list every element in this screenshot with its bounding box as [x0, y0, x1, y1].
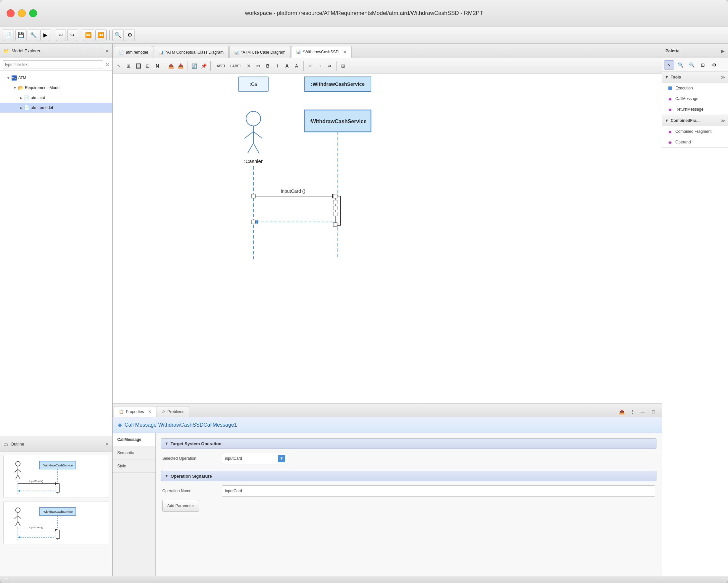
toolbar-back[interactable]: ⏪ [95, 29, 107, 41]
diag-select[interactable]: ↖ [114, 61, 123, 71]
model-explorer-header: 📁 Model Explorer ✕ [0, 44, 112, 58]
model-explorer-close[interactable]: ✕ [105, 48, 109, 54]
palette-item-execution[interactable]: Execution [662, 83, 728, 94]
outline-thumb-2[interactable]: :WithdrawCashService inputCard () [3, 501, 109, 544]
add-parameter-button[interactable]: Add Parameter [162, 500, 199, 512]
diag-layout[interactable]: ⊡ [144, 61, 152, 71]
sequence-diagram: :Ca :WithdrawCashService [113, 74, 662, 403]
palette-section-combined: ▼ CombinedFra... ≫ ◆ Combined Fragment ◆ [662, 115, 728, 148]
toolbar-settings[interactable]: ⚙ [125, 29, 135, 41]
diag-italic[interactable]: I [273, 61, 282, 71]
diag-export[interactable]: 📤 [166, 61, 175, 71]
toolbar-undo[interactable]: ↩ [56, 29, 66, 41]
diag-label2[interactable]: LABEL [229, 61, 243, 71]
svg-text:inputCard (): inputCard () [29, 526, 43, 529]
tree-label-atm: ATM [18, 76, 26, 80]
palette-item-returnmessage[interactable]: ◆ ReturnMessage [662, 104, 728, 115]
minimize-button[interactable] [18, 9, 26, 17]
palette-item-combined-fragment[interactable]: ◆ Combined Fragment [662, 126, 728, 137]
tools-section-more[interactable]: ≫ [721, 75, 725, 80]
tree-item-req[interactable]: ▼ 📂 RequirementsModel [0, 83, 112, 93]
properties-tab-close[interactable]: ✕ [148, 409, 151, 414]
palette-menu[interactable]: ⊡ [698, 60, 708, 70]
tab-close-withdraw[interactable]: ✕ [343, 50, 347, 55]
palette-expand-icon[interactable]: ▶ [721, 48, 725, 54]
editor-area: 📄 atm.remodel 📊 *ATM Conceptual Class Di… [113, 44, 662, 576]
operation-name-value: inputCard [225, 489, 242, 493]
svg-line-5 [18, 475, 20, 479]
target-system-title[interactable]: ▼ Target System Operation [161, 438, 656, 449]
props-toolbar-btn1[interactable]: 📤 [617, 407, 626, 417]
diag-import[interactable]: 📥 [176, 61, 185, 71]
svg-rect-54 [333, 206, 337, 210]
outline-close[interactable]: ✕ [105, 441, 109, 447]
outline-thumb-1[interactable]: :WithdrawCashService inputCard () [3, 455, 109, 498]
svg-line-4 [16, 475, 18, 479]
outline-panel: 🗂 Outline ✕ [0, 437, 112, 576]
palette-zoom-in[interactable]: 🔍 [675, 60, 685, 70]
tree-item-atm[interactable]: ▼ 🏧 ATM [0, 73, 112, 83]
props-minimize[interactable]: — [639, 407, 647, 417]
toolbar-run[interactable]: ▶ [41, 29, 50, 41]
tab-class-diagram[interactable]: 📊 *ATM Conceptual Class Diagram [154, 46, 229, 58]
palette-section-tools-header[interactable]: ▼ Tools ≫ [662, 72, 728, 83]
diag-font-size[interactable]: A [283, 61, 291, 71]
tab-usecase-diagram[interactable]: 📊 *ATM Use Case Diagram [229, 46, 290, 58]
tab-problems[interactable]: ⚠ Problems [157, 406, 189, 417]
tab-properties[interactable]: 📋 Properties ✕ [114, 406, 156, 417]
diag-sync[interactable]: 🔄 [190, 61, 199, 71]
tab-withdraw-ssd[interactable]: 📊 *WithdrawCashSSD ✕ [291, 46, 352, 58]
diag-sep5 [336, 61, 337, 71]
diag-btn2[interactable]: ⊞ [124, 61, 133, 71]
diag-cut[interactable]: ✂ [254, 61, 263, 71]
diag-label1[interactable]: LABEL [213, 61, 228, 71]
diag-pin[interactable]: 📌 [199, 61, 208, 71]
diag-delete[interactable]: ✕ [244, 61, 253, 71]
diag-btn3[interactable]: 🔲 [134, 61, 142, 71]
tree-item-aird[interactable]: ▶ 📄 atm.aird [0, 93, 112, 103]
diag-bold[interactable]: B [264, 61, 272, 71]
svg-text::Ca: :Ca [250, 81, 257, 87]
close-button[interactable] [7, 9, 15, 17]
props-btn-semantic[interactable]: Semantic [113, 446, 155, 459]
search-input[interactable] [3, 60, 103, 69]
props-btn-callmessage[interactable]: CallMessage [113, 433, 155, 446]
palette-select-tool[interactable]: ↖ [664, 60, 674, 70]
right-panel: Palette ▶ ↖ 🔍 🔍 ⊡ ⚙ ▼ Tools ≫ [662, 44, 728, 576]
combined-section-more[interactable]: ≫ [721, 118, 725, 123]
diagram-canvas[interactable]: :Ca :WithdrawCashService [113, 74, 662, 403]
toolbar-forward[interactable]: ⏩ [83, 29, 94, 41]
operation-signature-title[interactable]: ▼ Operation Signature [161, 471, 656, 481]
svg-rect-55 [333, 212, 337, 216]
tree-item-remodel[interactable]: ▶ 📄 atm.remodel [0, 103, 112, 112]
props-maximize[interactable]: □ [649, 407, 658, 417]
props-toolbar-btn2[interactable]: ⋮ [628, 407, 636, 417]
palette-section-combined-header[interactable]: ▼ CombinedFra... ≫ [662, 115, 728, 126]
props-btn-style[interactable]: Style [113, 459, 155, 473]
toolbar-icon3[interactable]: 🔧 [28, 29, 39, 41]
maximize-button[interactable] [29, 9, 37, 17]
outline-content: :WithdrawCashService inputCard () [0, 452, 112, 576]
selected-operation-dropdown[interactable]: inputCard ▼ [222, 453, 288, 464]
diag-font-color[interactable]: A [292, 61, 301, 71]
model-explorer-icon: 📁 [3, 48, 9, 54]
palette-item-operand[interactable]: ◆ Operand [662, 137, 728, 147]
operation-name-field[interactable]: inputCard [222, 485, 655, 497]
toolbar-new[interactable]: 📄 [3, 29, 14, 41]
palette-zoom-out[interactable]: 🔍 [686, 60, 697, 70]
palette-item-callmessage[interactable]: ◆ CallMessage [662, 94, 728, 104]
diag-arrow1[interactable]: → [316, 61, 324, 71]
toolbar-redo[interactable]: ↪ [67, 29, 77, 41]
dropdown-arrow-icon[interactable]: ▼ [278, 455, 285, 462]
search-clear-icon[interactable]: ✕ [105, 61, 110, 68]
returnmessage-icon: ◆ [667, 107, 673, 112]
diag-arrow2[interactable]: ⇒ [325, 61, 334, 71]
tab-atm-remodel[interactable]: 📄 atm.remodel [114, 46, 153, 58]
toolbar-save[interactable]: 💾 [15, 29, 26, 41]
toolbar-search[interactable]: 🔍 [112, 29, 124, 41]
diag-align[interactable]: ≡ [306, 61, 315, 71]
diag-N[interactable]: N [153, 61, 162, 71]
palette-settings2[interactable]: ⚙ [709, 60, 719, 70]
diag-zoom-fit[interactable]: ⊞ [339, 61, 347, 71]
palette-section-tools: ▼ Tools ≫ Execution ◆ CallM [662, 72, 728, 115]
